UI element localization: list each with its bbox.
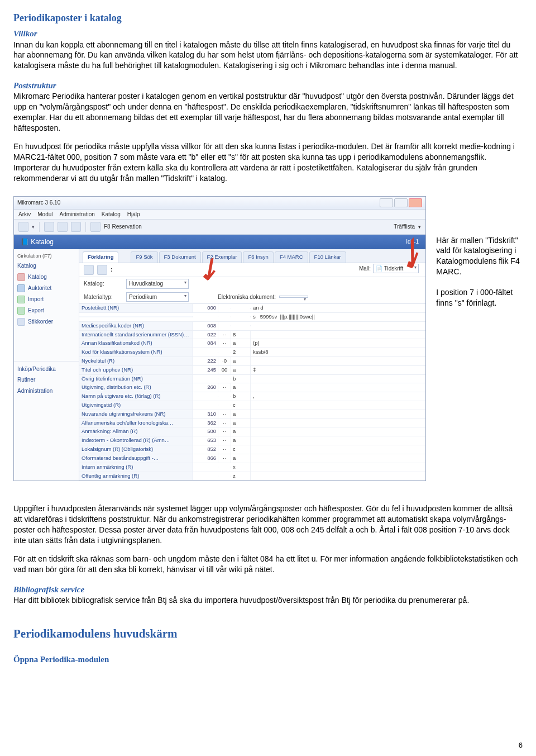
new-icon[interactable] <box>84 265 94 275</box>
marc-field-name: Internationellt standardserienummer (ISS… <box>79 331 193 339</box>
menu-arkiv[interactable]: Arkiv <box>18 211 31 218</box>
marc-row[interactable]: Mediespecifika koder (NR)008 <box>79 322 425 331</box>
marc-ind <box>218 467 231 468</box>
barcode-icon <box>17 318 25 326</box>
tool-save-icon[interactable] <box>18 222 28 232</box>
menu-hjalp[interactable]: Hjälp <box>127 211 140 218</box>
marc-row[interactable]: Oformaterad beståndsuppgift -…866··a <box>79 454 425 463</box>
marc-value <box>251 449 425 450</box>
marc-ind: ·· <box>218 445 231 454</box>
marc-subfield: a <box>231 383 251 392</box>
marc-ind: ·· <box>218 436 231 445</box>
sidebar-item-inkop[interactable]: Inköp/Periodika <box>14 364 79 375</box>
marc-field-name: Utgivning, distribution etc. (R) <box>79 383 193 392</box>
maximize-button[interactable] <box>394 198 408 207</box>
import-icon <box>17 296 25 303</box>
dropdown-materialtyp[interactable]: Periodikum <box>126 292 189 302</box>
marc-row[interactable]: Intern anmärkning (R)x <box>79 463 425 472</box>
marc-field-name: Anmärkning: Allmän (R) <box>79 427 193 436</box>
marc-tag: 866 <box>193 454 218 463</box>
tool-copy-icon[interactable] <box>71 222 81 232</box>
marc-value <box>251 467 425 468</box>
window-title: Mikromarc 3 6.10 <box>17 199 380 207</box>
marc-subfield: 8 <box>231 331 251 339</box>
insert-icon[interactable] <box>97 265 107 275</box>
menu-administration[interactable]: Administration <box>59 211 94 218</box>
separator-icon <box>85 222 86 232</box>
marc-ind <box>218 352 231 353</box>
tab-f6[interactable]: F6 Insyn <box>243 251 273 263</box>
minimize-button[interactable] <box>380 198 393 207</box>
marc-row[interactable]: Indexterm - Okontrollerad (R) (Ämn…653··… <box>79 436 425 445</box>
tool-trafflista-label[interactable]: Träfflista <box>394 223 415 231</box>
marc-ind <box>218 316 231 317</box>
tab-f10[interactable]: F10 Länkar <box>309 251 346 263</box>
marc-row[interactable]: Utgivningstid (R)c <box>79 401 425 410</box>
sidebar-item-katalog-2[interactable]: Katalog <box>14 272 79 283</box>
tool-person-icon[interactable] <box>90 222 100 232</box>
close-button[interactable] <box>409 198 422 207</box>
dropdown-katalog[interactable]: Huvudkatalog <box>126 279 189 289</box>
sidebar-item-admin[interactable]: Administration <box>14 386 79 397</box>
marc-subfield: x <box>231 463 251 472</box>
sidebar-item-rutiner[interactable]: Rutiner <box>14 374 79 386</box>
tool-dropdown-arrow[interactable]: ▾ <box>32 224 35 230</box>
sidebar-item-stikkorder[interactable]: Stikkorder <box>14 316 79 327</box>
marc-tag <box>193 405 218 406</box>
tab-f9[interactable]: F9 Sök <box>131 251 157 263</box>
marc-ind: ·· <box>218 427 231 436</box>
side-note-col: Här är mallen "Tidskrift" vald för katal… <box>436 235 523 315</box>
marc-row[interactable]: Postetikett (NR)000an d <box>79 304 425 313</box>
marc-subfield: a <box>231 419 251 427</box>
marc-field-name: Nyckeltitel (R) <box>79 357 193 365</box>
sidebar-item-import[interactable]: Import <box>14 294 79 305</box>
book-icon <box>17 273 25 281</box>
marc-value <box>251 334 425 335</box>
marc-row[interactable]: Nyckeltitel (R)222·0a <box>79 357 425 366</box>
sidebar-item-katalog-1[interactable]: Katalog <box>14 260 79 272</box>
label-edok: Elektroniska dokument: <box>218 293 276 301</box>
chevron-down-icon[interactable]: ▾ <box>418 224 421 230</box>
tab-f2[interactable]: F2 Exemplar <box>202 251 242 263</box>
marc-row[interactable]: Annan klassifikationskod (NR)084··a(p) <box>79 339 425 348</box>
marc-value: kssb/8 <box>251 348 425 356</box>
marc-row[interactable]: Lokalsignum (R) (Obligatorisk)852··c <box>79 445 425 454</box>
menu-modul[interactable]: Modul <box>37 211 52 218</box>
sidebar-item-export[interactable]: Export <box>14 305 79 316</box>
tool-search-icon[interactable] <box>44 222 54 232</box>
marc-row[interactable]: Offentlig anmärkning (R)z <box>79 472 425 481</box>
marc-row[interactable]: Anmärkning: Allmän (R)500··a <box>79 427 425 436</box>
marc-row[interactable]: Övrig titelinformation (NR)b <box>79 375 425 384</box>
marc-field-name: Nuvarande utgivningsfrekvens (NR) <box>79 410 193 419</box>
marc-value <box>251 413 425 415</box>
marc-tag: 222 <box>193 357 218 365</box>
marc-row[interactable]: Titel och upphov (NR)24500a‡ <box>79 366 425 375</box>
marc-row[interactable]: Utgivning, distribution etc. (R)260··a <box>79 383 425 392</box>
marc-ind: ·0 <box>218 357 231 365</box>
screenshot-row: Mikromarc 3 6.10 Arkiv Modul Administrat… <box>13 196 523 482</box>
tab-f3[interactable]: F3 Dokument <box>159 251 201 263</box>
main-pane: Förklaring F9 Sök F3 Dokument F2 Exempla… <box>79 249 425 481</box>
marc-row[interactable]: Alfanumeriska och/eller kronologiska…362… <box>79 419 425 428</box>
marc-row[interactable]: Kod för klassifikationssystem (NR)2kssb/… <box>79 348 425 357</box>
dropdown-mall[interactable]: 📄 Tidskrift <box>373 264 419 274</box>
menu-katalog[interactable]: Katalog <box>102 211 121 218</box>
marc-tag: 084 <box>193 339 218 348</box>
tool-f8-label[interactable]: F8 Reservation <box>104 223 142 231</box>
tab-forklaring[interactable]: Förklaring <box>83 251 118 263</box>
marc-row[interactable]: s ‎ ‎ ‎5999sv ‎ |||p:||||||||0swe|| <box>79 313 425 322</box>
marc-row[interactable]: Namn på utgivare etc. (förlag) (R)b, <box>79 392 425 401</box>
marc-value <box>251 405 425 406</box>
marc-ind <box>218 378 231 379</box>
tab-f4[interactable]: F4 MARC <box>275 251 308 263</box>
sidebar-item-auktoritet[interactable]: Auktoritet <box>14 283 79 294</box>
marc-field-name: Alfanumeriska och/eller kronologiska… <box>79 419 193 427</box>
app-window: Mikromarc 3 6.10 Arkiv Modul Administrat… <box>13 196 426 482</box>
label-materialtyp: Materialtyp: <box>84 293 123 301</box>
katalog-header-id: Id: -1 <box>406 238 419 246</box>
dropdown-edok[interactable] <box>279 296 308 298</box>
marc-ind <box>218 476 231 477</box>
tool-open-icon[interactable] <box>58 222 68 232</box>
marc-row[interactable]: Nuvarande utgivningsfrekvens (NR)310··a <box>79 410 425 419</box>
marc-row[interactable]: Internationellt standardserienummer (ISS… <box>79 331 425 340</box>
